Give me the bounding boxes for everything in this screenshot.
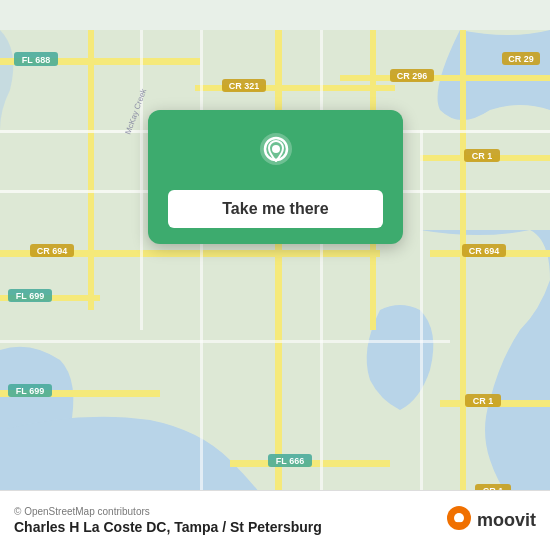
bottom-bar: © OpenStreetMap contributors Charles H L… [0,490,550,550]
map-container: FL 688 CR 321 CR 296 CR 1 CR 694 CR 694 … [0,0,550,550]
svg-rect-20 [200,30,203,520]
svg-point-52 [454,513,464,523]
svg-rect-12 [88,30,94,310]
svg-text:FL 666: FL 666 [276,456,304,466]
svg-text:FL 688: FL 688 [22,55,50,65]
svg-text:CR 29: CR 29 [508,54,534,64]
svg-text:CR 694: CR 694 [37,246,68,256]
svg-text:CR 296: CR 296 [397,71,428,81]
svg-point-50 [272,145,280,153]
svg-text:FL 699: FL 699 [16,291,44,301]
map-svg: FL 688 CR 321 CR 296 CR 1 CR 694 CR 694 … [0,0,550,550]
moovit-icon [445,505,473,537]
svg-rect-18 [0,340,450,343]
svg-text:CR 694: CR 694 [469,246,500,256]
svg-text:CR 321: CR 321 [229,81,260,91]
svg-rect-19 [140,30,143,330]
svg-text:CR 1: CR 1 [472,151,493,161]
svg-text:FL 699: FL 699 [16,386,44,396]
svg-rect-15 [460,30,466,520]
svg-rect-13 [275,30,282,520]
moovit-logo: moovit [445,505,536,537]
svg-rect-22 [420,130,423,520]
bottom-left: © OpenStreetMap contributors Charles H L… [14,506,322,535]
svg-rect-21 [320,30,323,520]
moovit-text: moovit [477,510,536,531]
action-card: Take me there [148,110,403,244]
take-me-there-button[interactable]: Take me there [168,190,383,228]
osm-attribution: © OpenStreetMap contributors [14,506,322,517]
location-icon-wrapper [250,128,302,180]
location-name: Charles H La Coste DC, Tampa / St Peters… [14,519,322,535]
location-pin-icon [251,129,301,179]
svg-text:CR 1: CR 1 [473,396,494,406]
